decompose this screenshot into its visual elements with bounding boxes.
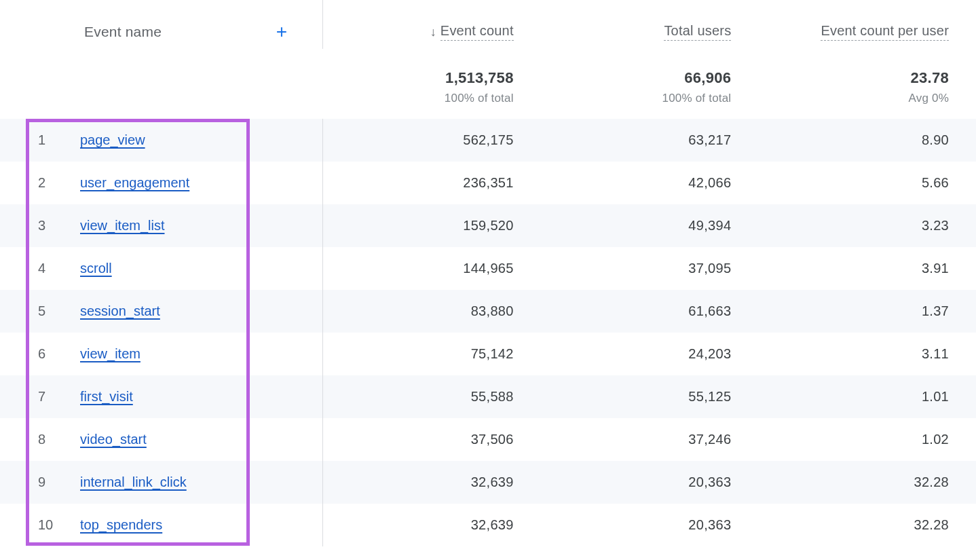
cell-per-user: 1.37 (758, 303, 976, 319)
dimension-cell: 5session_start (0, 290, 323, 333)
event-name-link[interactable]: page_view (80, 132, 145, 148)
metric-col-event-count: ↓ Event count 1,513,758 100% of total (323, 0, 541, 105)
cell-per-user: 3.23 (758, 218, 976, 234)
metric-header-total-users[interactable]: Total users (541, 0, 732, 49)
summary-event-count: 1,513,758 (323, 69, 514, 87)
cell-event-count: 75,142 (323, 346, 541, 362)
cell-event-count: 32,639 (323, 474, 541, 490)
cell-per-user: 3.11 (758, 346, 976, 362)
event-name-link[interactable]: top_spenders (80, 517, 162, 533)
table-row: 1page_view562,17563,2178.90 (0, 119, 976, 162)
cell-event-count: 37,506 (323, 432, 541, 447)
cell-total-users: 24,203 (541, 346, 759, 362)
table-row: 4scroll144,96537,0953.91 (0, 247, 976, 290)
cell-event-count: 159,520 (323, 218, 541, 234)
row-index: 6 (38, 346, 80, 362)
dimension-cell: 7first_visit (0, 375, 323, 418)
table-row: 10top_spenders32,63920,36332.28 (0, 504, 976, 546)
cell-total-users: 20,363 (541, 517, 759, 533)
row-index: 10 (38, 517, 80, 533)
dimension-cell: 3view_item_list (0, 204, 323, 247)
event-name-link[interactable]: user_engagement (80, 175, 189, 191)
summary-sub-per-user: Avg 0% (758, 92, 949, 105)
cell-per-user: 1.01 (758, 389, 976, 405)
event-name-link[interactable]: view_item_list (80, 218, 164, 234)
cell-total-users: 61,663 (541, 303, 759, 319)
dimension-cell: 6view_item (0, 333, 323, 375)
event-name-link[interactable]: scroll (80, 261, 112, 276)
row-index: 7 (38, 389, 80, 405)
sort-desc-icon: ↓ (430, 25, 436, 39)
table-row: 6view_item75,14224,2033.11 (0, 333, 976, 375)
table-row: 2user_engagement236,35142,0665.66 (0, 162, 976, 204)
metric-header-event-count[interactable]: ↓ Event count (323, 0, 514, 49)
dimension-cell: 1page_view (0, 119, 323, 162)
cell-total-users: 55,125 (541, 389, 759, 405)
row-index: 9 (38, 474, 80, 490)
cell-per-user: 32.28 (758, 517, 976, 533)
row-index: 2 (38, 175, 80, 191)
metric-label-event-count: Event count (440, 23, 514, 41)
cell-total-users: 37,095 (541, 261, 759, 276)
cell-event-count: 55,588 (323, 389, 541, 405)
dimension-column-header: Event name + (0, 0, 323, 49)
metric-label-total-users: Total users (664, 23, 731, 41)
cell-per-user: 32.28 (758, 474, 976, 490)
dimension-cell: 8video_start (0, 418, 323, 461)
dimension-cell: 4scroll (0, 247, 323, 290)
table-body: 1page_view562,17563,2178.902user_engagem… (0, 119, 976, 546)
dimension-cell: 9internal_link_click (0, 461, 323, 504)
cell-event-count: 83,880 (323, 303, 541, 319)
dimension-cell: 10top_spenders (0, 504, 323, 546)
row-index: 8 (38, 432, 80, 447)
event-name-link[interactable]: first_visit (80, 389, 133, 405)
dimension-cell: 2user_engagement (0, 162, 323, 204)
summary-total-users: 66,906 (541, 69, 732, 87)
cell-per-user: 8.90 (758, 132, 976, 148)
event-name-link[interactable]: video_start (80, 432, 147, 447)
row-index: 1 (38, 132, 80, 148)
summary-sub-total-users: 100% of total (541, 92, 732, 105)
summary-per-user: 23.78 (758, 69, 949, 87)
event-name-link[interactable]: internal_link_click (80, 474, 187, 490)
table-row: 9internal_link_click32,63920,36332.28 (0, 461, 976, 504)
cell-event-count: 236,351 (323, 175, 541, 191)
cell-per-user: 3.91 (758, 261, 976, 276)
table-row: 5session_start83,88061,6631.37 (0, 290, 976, 333)
cell-event-count: 144,965 (323, 261, 541, 276)
metric-label-per-user: Event count per user (821, 23, 949, 41)
cell-per-user: 1.02 (758, 432, 976, 447)
cell-total-users: 49,394 (541, 218, 759, 234)
metric-header-per-user[interactable]: Event count per user (758, 0, 949, 49)
cell-per-user: 5.66 (758, 175, 976, 191)
table-row: 3view_item_list159,52049,3943.23 (0, 204, 976, 247)
event-name-link[interactable]: view_item (80, 346, 140, 362)
metric-col-total-users: Total users 66,906 100% of total (541, 0, 759, 105)
events-table: Event name + ↓ Event count 1,513,758 100… (0, 0, 976, 546)
row-index: 5 (38, 303, 80, 319)
row-index: 4 (38, 261, 80, 276)
cell-event-count: 562,175 (323, 132, 541, 148)
cell-total-users: 42,066 (541, 175, 759, 191)
table-header-row: Event name + ↓ Event count 1,513,758 100… (0, 0, 976, 119)
add-dimension-button[interactable]: + (276, 22, 302, 41)
metric-col-per-user: Event count per user 23.78 Avg 0% (758, 0, 976, 105)
cell-event-count: 32,639 (323, 517, 541, 533)
dimension-label: Event name (84, 24, 162, 40)
cell-total-users: 63,217 (541, 132, 759, 148)
cell-total-users: 20,363 (541, 474, 759, 490)
table-row: 7first_visit55,58855,1251.01 (0, 375, 976, 418)
table-row: 8video_start37,50637,2461.02 (0, 418, 976, 461)
summary-sub-event-count: 100% of total (323, 92, 514, 105)
row-index: 3 (38, 218, 80, 234)
cell-total-users: 37,246 (541, 432, 759, 447)
event-name-link[interactable]: session_start (80, 303, 160, 319)
